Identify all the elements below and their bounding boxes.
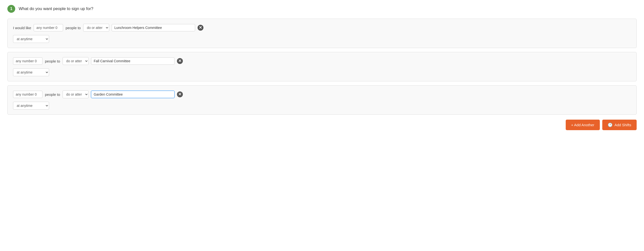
remove-row-button[interactable]: ✕ — [177, 91, 183, 97]
action-select[interactable]: do or atterdoattend — [83, 24, 109, 32]
add-another-button[interactable]: + Add Another — [566, 120, 600, 130]
remove-row-button[interactable]: ✕ — [198, 25, 204, 31]
signup-row-1: I would likepeople todo or atterdoattend… — [7, 19, 637, 48]
time-row: at anytimeat a specific timein a time ra… — [13, 35, 631, 43]
i-would-like-label: I would like — [13, 26, 31, 30]
close-icon: ✕ — [177, 58, 183, 64]
activity-name-input[interactable] — [112, 24, 195, 31]
activity-name-input[interactable] — [91, 91, 174, 98]
remove-row-button[interactable]: ✕ — [177, 58, 183, 64]
time-row: at anytimeat a specific timein a time ra… — [13, 68, 631, 76]
number-input[interactable] — [34, 24, 63, 31]
add-shifts-label: Add Shifts — [614, 123, 631, 127]
people-to-label: people to — [66, 26, 81, 30]
time-select[interactable]: at anytimeat a specific timein a time ra… — [13, 68, 49, 76]
action-select[interactable]: do or atterdoattend — [62, 57, 88, 65]
people-to-label: people to — [45, 92, 60, 97]
clock-icon: 🕐 — [608, 123, 612, 127]
signup-row-3: people todo or atterdoattend✕at anytimea… — [7, 85, 637, 115]
number-input[interactable] — [13, 91, 42, 98]
page-header: 1 What do you want people to sign up for… — [7, 5, 637, 13]
people-to-label: people to — [45, 59, 60, 63]
signup-rows-container: I would likepeople todo or atterdoattend… — [7, 19, 637, 115]
signup-row-2: people todo or atterdoattend✕at anytimea… — [7, 52, 637, 81]
number-input[interactable] — [13, 57, 42, 65]
time-row: at anytimeat a specific timein a time ra… — [13, 102, 631, 110]
activity-name-input[interactable] — [91, 57, 174, 65]
action-select[interactable]: do or atterdoattend — [62, 90, 88, 98]
page-title: What do you want people to sign up for? — [19, 6, 93, 11]
add-shifts-button[interactable]: 🕐 Add Shifts — [602, 120, 637, 130]
time-select[interactable]: at anytimeat a specific timein a time ra… — [13, 35, 49, 43]
close-icon: ✕ — [198, 25, 204, 31]
footer-actions: + Add Another 🕐 Add Shifts — [7, 120, 637, 130]
step-badge: 1 — [7, 5, 15, 13]
time-select[interactable]: at anytimeat a specific timein a time ra… — [13, 102, 49, 110]
close-icon: ✕ — [177, 91, 183, 97]
